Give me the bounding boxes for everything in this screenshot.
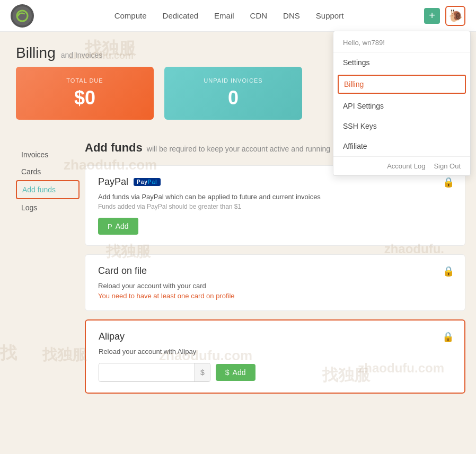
svg-point-0: [13, 6, 32, 25]
wm-9: 找: [0, 342, 17, 365]
user-dropdown: Hello, wn789! Settings Billing API Setti…: [333, 31, 471, 176]
sidebar: Invoices Cards Add funds Logs: [16, 141, 80, 402]
card-warning: You need to have at least one card on pr…: [98, 292, 452, 300]
alipay-input-row: $ $ Add: [99, 363, 452, 382]
sidebar-cards[interactable]: Cards: [16, 163, 80, 180]
sidebar-invoices[interactable]: Invoices: [16, 146, 80, 163]
snail-icon: 🐌: [448, 9, 463, 23]
alipay-amount-wrap: $: [99, 363, 210, 382]
add-button[interactable]: +: [424, 8, 440, 24]
nav-dedicated[interactable]: Dedicated: [163, 11, 199, 20]
alipay-title: Alipay: [99, 331, 452, 342]
dropdown-footer: Account Log Sign Out: [333, 156, 470, 175]
alipay-currency-symbol: $: [195, 363, 210, 381]
dropdown-ssh-keys[interactable]: SSH Keys: [333, 116, 470, 136]
unpaid-invoices-value: 0: [228, 87, 239, 109]
card-lock-icon: 🔒: [443, 265, 454, 277]
dropdown-greeting: Hello, wn789!: [333, 31, 470, 52]
total-due-label: TOTAL DUE: [66, 77, 103, 84]
alipay-desc: Reload your account with Alipay: [99, 348, 452, 355]
paypal-badge: PayPal: [134, 178, 161, 186]
dropdown-billing[interactable]: Billing: [338, 75, 466, 94]
nav-compute[interactable]: Compute: [114, 11, 147, 20]
paypal-add-label: Add: [116, 222, 129, 230]
nav-links: Compute Dedicated Email CDN DNS Support: [34, 11, 424, 20]
paypal-add-button[interactable]: P Add: [98, 218, 138, 235]
sidebar-logs[interactable]: Logs: [16, 199, 80, 216]
nav-cdn[interactable]: CDN: [250, 11, 268, 20]
nav-support[interactable]: Support: [316, 11, 344, 20]
paypal-lock-icon: 🔒: [443, 176, 454, 188]
unpaid-invoices-card: UNPAID INVOICES 0: [164, 67, 302, 120]
paypal-name: PayPal: [98, 176, 128, 188]
alipay-section: 🔒 Alipay Reload your account with Alipay…: [85, 319, 465, 394]
card-desc: Reload your account with your card: [98, 282, 452, 290]
paypal-title: PayPal PayPal: [98, 176, 452, 188]
alipay-amount-input[interactable]: [99, 363, 195, 381]
alipay-add-label: Add: [233, 368, 246, 377]
nav-email[interactable]: Email: [214, 11, 234, 20]
card-name: Card on file: [98, 265, 147, 277]
alipay-add-button[interactable]: $ Add: [216, 364, 255, 381]
paypal-icon: P: [108, 222, 112, 230]
dropdown-affiliate[interactable]: Affiliate: [333, 136, 470, 156]
card-title: Card on file: [98, 265, 452, 277]
total-due-card: TOTAL DUE $0: [16, 67, 154, 120]
sign-out-link[interactable]: Sign Out: [434, 162, 461, 170]
account-log-link[interactable]: Account Log: [387, 162, 425, 170]
logo[interactable]: [11, 4, 34, 28]
sidebar-add-funds[interactable]: Add funds: [16, 180, 80, 199]
dropdown-api-settings[interactable]: API Settings: [333, 96, 470, 116]
avatar-button[interactable]: 🐌: [445, 6, 465, 26]
main-layout: zhaodufu.com 找独服 zhaodufu. zhaodufu.com …: [0, 136, 476, 418]
nav-actions: + 🐌: [424, 6, 465, 26]
paypal-section: 🔒 PayPal PayPal Add funds via PayPal whi…: [85, 165, 465, 246]
billing-title: Billing: [16, 44, 56, 61]
alipay-name: Alipay: [99, 331, 125, 342]
alipay-lock-icon: 🔒: [442, 331, 454, 343]
nav-dns[interactable]: DNS: [283, 11, 300, 20]
paypal-desc: Add funds via PayPal which can be applie…: [98, 193, 452, 201]
billing-subtitle: and Invoices: [61, 51, 103, 59]
total-due-value: $0: [74, 87, 95, 109]
unpaid-invoices-label: UNPAID INVOICES: [204, 77, 262, 84]
content-area: Add funds will be required to keep your …: [80, 141, 476, 402]
card-on-file-section: 🔒 Card on file Reload your account with …: [85, 254, 465, 311]
content-subtitle: will be required to keep your account ac…: [147, 145, 330, 153]
alipay-dollar-prefix: $: [225, 368, 230, 377]
dropdown-settings[interactable]: Settings: [333, 52, 470, 73]
paypal-note: Funds added via PayPal should be greater…: [98, 203, 452, 210]
content-title: Add funds: [85, 141, 143, 155]
navbar: Compute Dedicated Email CDN DNS Support …: [0, 0, 476, 32]
